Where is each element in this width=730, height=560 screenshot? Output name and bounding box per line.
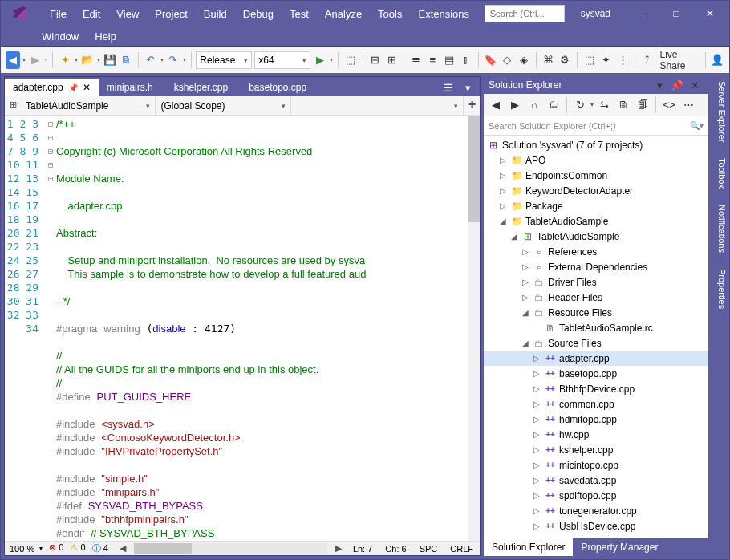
editor-tab[interactable]: basetopo.cpp — [241, 79, 319, 96]
tb-bookmark-icon[interactable]: 🔖 — [483, 51, 497, 69]
tree-item[interactable]: ◢📁TabletAudioSample — [484, 213, 708, 229]
tb-icon-1[interactable]: ⬚ — [343, 51, 358, 69]
horizontal-scrollbar[interactable] — [134, 543, 327, 554]
tree-item[interactable]: ▷++hw.cpp — [484, 427, 708, 442]
tab-overflow-icon[interactable]: ☰ — [440, 79, 457, 96]
liveshare-label[interactable]: Live Share — [656, 49, 700, 71]
code-editor[interactable]: /*++ Copyright (c) Microsoft Corporation… — [56, 116, 468, 541]
tree-item[interactable]: ▷📁APO — [484, 152, 708, 168]
sol-show-icon[interactable]: 🗎 — [614, 96, 632, 114]
menu-project[interactable]: Project — [148, 6, 194, 22]
tb-icon-8[interactable]: ◇ — [500, 51, 514, 69]
panel-pin-icon[interactable]: 📌 — [668, 76, 686, 94]
feedback-icon[interactable]: 👤 — [711, 51, 725, 69]
tb-icon-7[interactable]: ⫿ — [459, 51, 473, 69]
tb-icon-6[interactable]: ▤ — [442, 51, 456, 69]
tree-item[interactable]: ▷++adapter.cpp — [484, 351, 708, 366]
tree-item[interactable]: ▷++hdmitopo.cpp — [484, 412, 708, 427]
sol-more-icon[interactable]: ⋯ — [679, 96, 697, 114]
tb-icon-5[interactable]: ≡ — [425, 51, 440, 69]
tb-icon-10[interactable]: ⌘ — [541, 51, 555, 69]
sol-fwd-icon[interactable]: ▶ — [506, 96, 524, 114]
editor-tab[interactable]: kshelper.cpp — [166, 79, 241, 96]
menu-build[interactable]: Build — [197, 6, 234, 22]
editor-tab[interactable]: adapter.cpp📌✕ — [5, 79, 99, 96]
tab-dropdown-icon[interactable]: ▾ — [459, 79, 477, 96]
tree-item[interactable]: ▷++UsbHsDevice.cpp — [484, 518, 708, 534]
hscroll-left[interactable]: ◀ — [115, 541, 131, 557]
tb-icon-9[interactable]: ◈ — [517, 51, 531, 69]
undo-button[interactable]: ↶ — [144, 51, 158, 69]
save-all-button[interactable]: 🗎 — [119, 51, 133, 69]
error-icon[interactable]: ⊗ — [49, 542, 56, 552]
tree-item[interactable]: ◢⊞TabletAudioSample — [484, 229, 708, 244]
tb-icon-12[interactable]: ⬚ — [582, 51, 597, 69]
nav-scope1[interactable]: TabletAudioSample — [21, 96, 156, 115]
side-tab-notifications[interactable]: Notifications — [712, 197, 729, 261]
side-tab-toolbox[interactable]: Toolbox — [712, 150, 729, 197]
tree-item[interactable]: ▷📁Package — [484, 198, 708, 213]
save-button[interactable]: 💾 — [103, 51, 117, 69]
tree-item[interactable]: 🗎TabletAudioSample.rc — [484, 320, 708, 335]
menu-test[interactable]: Test — [282, 6, 316, 22]
sol-code-icon[interactable]: <> — [660, 96, 678, 114]
menu-window[interactable]: Window — [34, 28, 86, 45]
tab-property-manager[interactable]: Property Manager — [573, 538, 666, 556]
vertical-scrollbar[interactable] — [468, 116, 480, 541]
tree-item[interactable]: ▷++kshelper.cpp — [484, 442, 708, 457]
new-project-button[interactable]: ✦ — [58, 51, 72, 69]
tree-item[interactable]: ▷++basetopo.cpp — [484, 366, 708, 381]
tree-item[interactable]: ▷📁KeywordDetectorAdapter — [484, 183, 708, 198]
panel-close-icon[interactable]: ✕ — [686, 76, 704, 94]
nav-split-icon[interactable]: ✚ — [464, 96, 480, 112]
tree-item[interactable]: ▷++BthhfpDevice.cpp — [484, 381, 708, 396]
tree-item[interactable]: ▷++common.cpp — [484, 396, 708, 412]
side-tab-properties[interactable]: Properties — [712, 261, 729, 317]
nav-project-icon[interactable]: ⊞ — [5, 96, 21, 112]
close-button[interactable]: ✕ — [694, 2, 726, 25]
tree-item[interactable]: ▷▫External Dependencies — [484, 259, 708, 274]
tree-item[interactable]: ▷▫References — [484, 244, 708, 259]
zoom-level[interactable]: 100 % — [5, 544, 39, 554]
nav-fwd-button[interactable]: ▶ — [28, 51, 43, 69]
tree-item[interactable]: ▷++micintopo.cpp — [484, 457, 708, 473]
tree-item[interactable]: ▷++spdiftopo.cpp — [484, 488, 708, 503]
open-button[interactable]: 📂 — [80, 51, 95, 69]
editor-tab[interactable]: minipairs.h — [99, 79, 166, 96]
menu-tools[interactable]: Tools — [371, 6, 409, 22]
liveshare-icon[interactable]: ⤴ — [640, 51, 655, 69]
tb-icon-13[interactable]: ✦ — [598, 51, 613, 69]
sol-collapse-icon[interactable]: ⇆ — [595, 96, 613, 114]
maximize-button[interactable]: □ — [660, 2, 692, 25]
sol-copy-icon[interactable]: 🗐 — [634, 96, 651, 114]
nav-scope3[interactable] — [291, 96, 464, 115]
panel-dropdown-icon[interactable]: ▾ — [651, 76, 668, 94]
sol-back-icon[interactable]: ◀ — [487, 96, 505, 114]
hscroll-right[interactable]: ▶ — [331, 541, 347, 557]
tree-item[interactable]: ◢🗀Resource Files — [484, 305, 708, 320]
menu-extensions[interactable]: Extensions — [411, 6, 477, 22]
tree-item[interactable]: ▷🗀Driver Files — [484, 274, 708, 290]
tree-item[interactable]: ◢🗀Source Files — [484, 335, 708, 351]
menu-file[interactable]: File — [43, 6, 74, 22]
config-dropdown[interactable]: Release — [196, 51, 252, 69]
tb-icon-11[interactable]: ⚙ — [558, 51, 572, 69]
tab-solution-explorer[interactable]: Solution Explorer — [484, 538, 573, 556]
warning-icon[interactable]: ⚠ — [70, 542, 78, 552]
solution-root[interactable]: ⊞Solution 'sysvad' (7 of 7 projects) — [484, 137, 708, 152]
menu-view[interactable]: View — [109, 6, 146, 22]
tb-icon-14[interactable]: ⋮ — [615, 51, 630, 69]
sol-refresh-icon[interactable]: ↻ — [571, 96, 589, 114]
fold-column[interactable]: ⊟ ⊟ ⊟ ⊟ ⊟ — [45, 116, 56, 541]
sol-sync-icon[interactable]: 🗂 — [545, 96, 562, 114]
platform-dropdown[interactable]: x64 — [254, 51, 310, 69]
title-search-input[interactable] — [485, 5, 565, 22]
tb-icon-2[interactable]: ⊟ — [367, 51, 382, 69]
tree-item[interactable]: ▷++savedata.cpp — [484, 473, 708, 488]
tree-item[interactable]: ▷++tonegenerator.cpp — [484, 503, 708, 518]
side-tab-server[interactable]: Server Explorer — [712, 73, 729, 150]
start-button[interactable]: ▶ — [313, 51, 327, 69]
tree-item[interactable]: ▷🗀Header Files — [484, 290, 708, 305]
info-icon[interactable]: ⓘ — [92, 543, 101, 553]
menu-debug[interactable]: Debug — [236, 6, 281, 22]
